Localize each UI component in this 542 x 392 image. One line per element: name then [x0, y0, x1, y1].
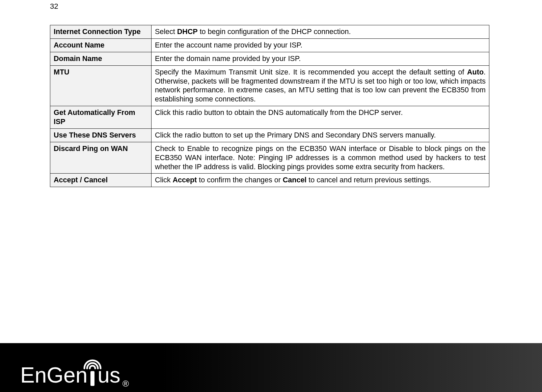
setting-label: Use These DNS Servers: [50, 128, 152, 142]
page-number: 32: [50, 2, 58, 11]
wifi-icon: [83, 357, 102, 370]
setting-description: Select DHCP to begin configuration of th…: [152, 25, 489, 39]
brand-wifi-i: [87, 364, 98, 386]
brand-logo: EnGen us®: [20, 356, 129, 386]
setting-description: Enter the domain name provided by your I…: [152, 52, 489, 65]
table-row: MTUSpecify the Maximum Transmit Unit siz…: [50, 65, 489, 106]
table-row: Accept / CancelClick Accept to confirm t…: [50, 174, 489, 187]
setting-label: MTU: [50, 65, 152, 106]
setting-description: Click this radio button to obtain the DN…: [152, 106, 489, 129]
setting-label: Account Name: [50, 38, 152, 52]
setting-description: Click Accept to confirm the changes or C…: [152, 174, 489, 187]
setting-label: Accept / Cancel: [50, 174, 152, 187]
setting-description: Enter the account name provided by your …: [152, 38, 489, 52]
table-row: Get Automatically From ISPClick this rad…: [50, 106, 489, 129]
settings-table: Internet Connection TypeSelect DHCP to b…: [50, 25, 489, 187]
table-row: Discard Ping on WANCheck to Enable to re…: [50, 142, 489, 174]
setting-label: Internet Connection Type: [50, 25, 152, 39]
brand-text: EnGen us®: [20, 364, 129, 386]
setting-label: Discard Ping on WAN: [50, 142, 152, 174]
setting-label: Get Automatically From ISP: [50, 106, 152, 129]
footer-bar: EnGen us®: [0, 343, 542, 392]
setting-description: Check to Enable to recognize pings on th…: [152, 142, 489, 174]
setting-label: Domain Name: [50, 52, 152, 65]
setting-description: Specify the Maximum Transmit Unit size. …: [152, 65, 489, 106]
table-row: Account NameEnter the account name provi…: [50, 38, 489, 52]
setting-description: Click the radio button to set up the Pri…: [152, 128, 489, 142]
table-row: Domain NameEnter the domain name provide…: [50, 52, 489, 65]
table-row: Use These DNS ServersClick the radio but…: [50, 128, 489, 142]
registered-mark: ®: [123, 379, 129, 388]
table-row: Internet Connection TypeSelect DHCP to b…: [50, 25, 489, 39]
